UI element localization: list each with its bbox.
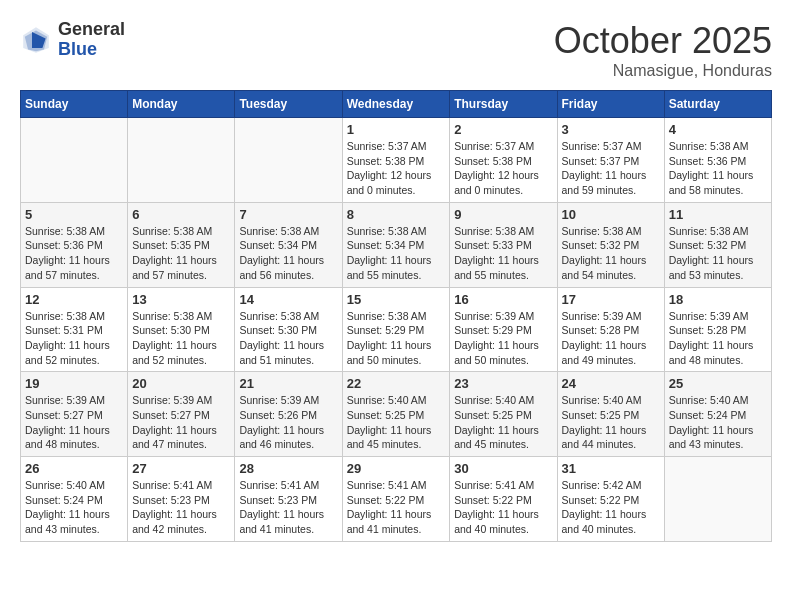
day-cell: 5Sunrise: 5:38 AMSunset: 5:36 PMDaylight…: [21, 202, 128, 287]
day-number: 20: [132, 376, 230, 391]
day-cell: 2Sunrise: 5:37 AMSunset: 5:38 PMDaylight…: [450, 118, 557, 203]
week-row-4: 19Sunrise: 5:39 AMSunset: 5:27 PMDayligh…: [21, 372, 772, 457]
day-info: Sunrise: 5:38 AMSunset: 5:34 PMDaylight:…: [239, 224, 337, 283]
week-row-2: 5Sunrise: 5:38 AMSunset: 5:36 PMDaylight…: [21, 202, 772, 287]
weekday-saturday: Saturday: [664, 91, 771, 118]
day-cell: 30Sunrise: 5:41 AMSunset: 5:22 PMDayligh…: [450, 457, 557, 542]
logo-text: General Blue: [58, 20, 125, 60]
day-number: 28: [239, 461, 337, 476]
day-info: Sunrise: 5:41 AMSunset: 5:23 PMDaylight:…: [132, 478, 230, 537]
day-cell: 21Sunrise: 5:39 AMSunset: 5:26 PMDayligh…: [235, 372, 342, 457]
day-cell: 8Sunrise: 5:38 AMSunset: 5:34 PMDaylight…: [342, 202, 450, 287]
day-info: Sunrise: 5:41 AMSunset: 5:22 PMDaylight:…: [347, 478, 446, 537]
day-cell: 4Sunrise: 5:38 AMSunset: 5:36 PMDaylight…: [664, 118, 771, 203]
day-number: 22: [347, 376, 446, 391]
day-number: 26: [25, 461, 123, 476]
week-row-3: 12Sunrise: 5:38 AMSunset: 5:31 PMDayligh…: [21, 287, 772, 372]
day-number: 4: [669, 122, 767, 137]
day-cell: 23Sunrise: 5:40 AMSunset: 5:25 PMDayligh…: [450, 372, 557, 457]
day-info: Sunrise: 5:40 AMSunset: 5:24 PMDaylight:…: [669, 393, 767, 452]
day-cell: 14Sunrise: 5:38 AMSunset: 5:30 PMDayligh…: [235, 287, 342, 372]
day-info: Sunrise: 5:38 AMSunset: 5:36 PMDaylight:…: [25, 224, 123, 283]
title-block: October 2025 Namasigue, Honduras: [554, 20, 772, 80]
day-info: Sunrise: 5:38 AMSunset: 5:32 PMDaylight:…: [669, 224, 767, 283]
weekday-header-row: SundayMondayTuesdayWednesdayThursdayFrid…: [21, 91, 772, 118]
day-info: Sunrise: 5:38 AMSunset: 5:35 PMDaylight:…: [132, 224, 230, 283]
day-number: 8: [347, 207, 446, 222]
day-cell: 18Sunrise: 5:39 AMSunset: 5:28 PMDayligh…: [664, 287, 771, 372]
day-info: Sunrise: 5:41 AMSunset: 5:23 PMDaylight:…: [239, 478, 337, 537]
calendar: SundayMondayTuesdayWednesdayThursdayFrid…: [20, 90, 772, 542]
day-cell: 17Sunrise: 5:39 AMSunset: 5:28 PMDayligh…: [557, 287, 664, 372]
weekday-sunday: Sunday: [21, 91, 128, 118]
day-number: 19: [25, 376, 123, 391]
day-info: Sunrise: 5:41 AMSunset: 5:22 PMDaylight:…: [454, 478, 552, 537]
day-cell: 3Sunrise: 5:37 AMSunset: 5:37 PMDaylight…: [557, 118, 664, 203]
day-cell: 31Sunrise: 5:42 AMSunset: 5:22 PMDayligh…: [557, 457, 664, 542]
day-info: Sunrise: 5:38 AMSunset: 5:36 PMDaylight:…: [669, 139, 767, 198]
day-info: Sunrise: 5:39 AMSunset: 5:28 PMDaylight:…: [562, 309, 660, 368]
weekday-thursday: Thursday: [450, 91, 557, 118]
day-cell: 27Sunrise: 5:41 AMSunset: 5:23 PMDayligh…: [128, 457, 235, 542]
day-cell: 13Sunrise: 5:38 AMSunset: 5:30 PMDayligh…: [128, 287, 235, 372]
day-cell: 10Sunrise: 5:38 AMSunset: 5:32 PMDayligh…: [557, 202, 664, 287]
day-info: Sunrise: 5:39 AMSunset: 5:27 PMDaylight:…: [132, 393, 230, 452]
day-cell: 1Sunrise: 5:37 AMSunset: 5:38 PMDaylight…: [342, 118, 450, 203]
day-number: 2: [454, 122, 552, 137]
day-number: 5: [25, 207, 123, 222]
day-info: Sunrise: 5:38 AMSunset: 5:33 PMDaylight:…: [454, 224, 552, 283]
weekday-friday: Friday: [557, 91, 664, 118]
day-info: Sunrise: 5:40 AMSunset: 5:24 PMDaylight:…: [25, 478, 123, 537]
day-number: 18: [669, 292, 767, 307]
day-cell: 15Sunrise: 5:38 AMSunset: 5:29 PMDayligh…: [342, 287, 450, 372]
day-number: 12: [25, 292, 123, 307]
day-number: 15: [347, 292, 446, 307]
day-number: 11: [669, 207, 767, 222]
day-number: 10: [562, 207, 660, 222]
logo-icon: [20, 24, 52, 56]
day-number: 30: [454, 461, 552, 476]
day-cell: 24Sunrise: 5:40 AMSunset: 5:25 PMDayligh…: [557, 372, 664, 457]
day-cell: 22Sunrise: 5:40 AMSunset: 5:25 PMDayligh…: [342, 372, 450, 457]
day-info: Sunrise: 5:37 AMSunset: 5:38 PMDaylight:…: [347, 139, 446, 198]
day-info: Sunrise: 5:40 AMSunset: 5:25 PMDaylight:…: [562, 393, 660, 452]
day-number: 16: [454, 292, 552, 307]
day-cell: 29Sunrise: 5:41 AMSunset: 5:22 PMDayligh…: [342, 457, 450, 542]
day-cell: [664, 457, 771, 542]
location: Namasigue, Honduras: [554, 62, 772, 80]
day-number: 14: [239, 292, 337, 307]
day-cell: 6Sunrise: 5:38 AMSunset: 5:35 PMDaylight…: [128, 202, 235, 287]
day-cell: [128, 118, 235, 203]
day-cell: 25Sunrise: 5:40 AMSunset: 5:24 PMDayligh…: [664, 372, 771, 457]
day-cell: 9Sunrise: 5:38 AMSunset: 5:33 PMDaylight…: [450, 202, 557, 287]
day-number: 21: [239, 376, 337, 391]
day-info: Sunrise: 5:38 AMSunset: 5:30 PMDaylight:…: [132, 309, 230, 368]
day-cell: 19Sunrise: 5:39 AMSunset: 5:27 PMDayligh…: [21, 372, 128, 457]
day-cell: [21, 118, 128, 203]
day-cell: 12Sunrise: 5:38 AMSunset: 5:31 PMDayligh…: [21, 287, 128, 372]
day-number: 1: [347, 122, 446, 137]
weekday-tuesday: Tuesday: [235, 91, 342, 118]
day-info: Sunrise: 5:38 AMSunset: 5:31 PMDaylight:…: [25, 309, 123, 368]
day-info: Sunrise: 5:38 AMSunset: 5:32 PMDaylight:…: [562, 224, 660, 283]
day-number: 24: [562, 376, 660, 391]
day-info: Sunrise: 5:40 AMSunset: 5:25 PMDaylight:…: [347, 393, 446, 452]
day-cell: 20Sunrise: 5:39 AMSunset: 5:27 PMDayligh…: [128, 372, 235, 457]
day-number: 13: [132, 292, 230, 307]
day-info: Sunrise: 5:38 AMSunset: 5:34 PMDaylight:…: [347, 224, 446, 283]
day-cell: [235, 118, 342, 203]
day-number: 29: [347, 461, 446, 476]
weekday-monday: Monday: [128, 91, 235, 118]
month-title: October 2025: [554, 20, 772, 62]
day-cell: 16Sunrise: 5:39 AMSunset: 5:29 PMDayligh…: [450, 287, 557, 372]
day-number: 9: [454, 207, 552, 222]
day-info: Sunrise: 5:38 AMSunset: 5:30 PMDaylight:…: [239, 309, 337, 368]
day-info: Sunrise: 5:39 AMSunset: 5:29 PMDaylight:…: [454, 309, 552, 368]
day-number: 3: [562, 122, 660, 137]
day-info: Sunrise: 5:37 AMSunset: 5:37 PMDaylight:…: [562, 139, 660, 198]
calendar-body: 1Sunrise: 5:37 AMSunset: 5:38 PMDaylight…: [21, 118, 772, 542]
week-row-5: 26Sunrise: 5:40 AMSunset: 5:24 PMDayligh…: [21, 457, 772, 542]
day-number: 27: [132, 461, 230, 476]
day-number: 6: [132, 207, 230, 222]
day-info: Sunrise: 5:39 AMSunset: 5:28 PMDaylight:…: [669, 309, 767, 368]
